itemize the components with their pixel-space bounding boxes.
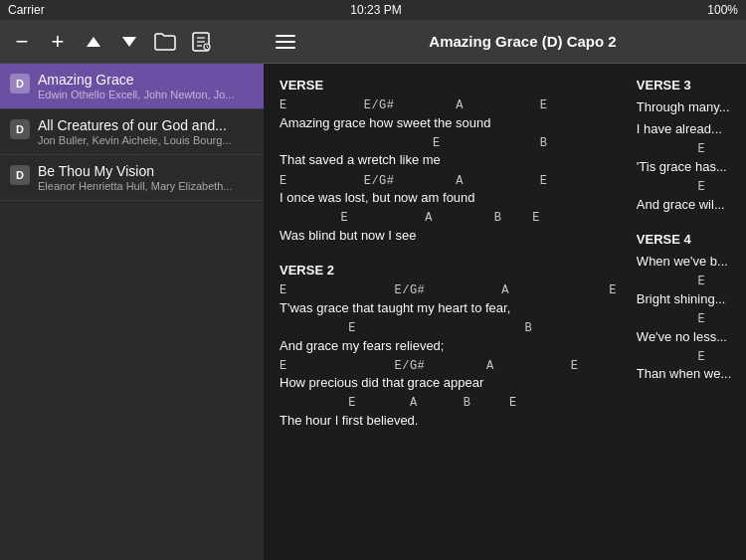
lyric-line: 'Tis grace has... [637, 158, 731, 176]
lyric-line: We've no less... [637, 328, 731, 346]
list-item[interactable]: DAll Creatures of our God and...Jon Bull… [0, 109, 264, 155]
sidebar-toolbar: − + [0, 20, 264, 64]
chord-line: E A B E [280, 211, 617, 227]
verse-label: VERSE [280, 78, 617, 93]
line-pair: I have alread... [637, 120, 731, 138]
line-pair: E E/G# A EAmazing grace how sweet the so… [280, 98, 617, 132]
status-bar: Carrier 10:23 PM 100% [0, 0, 746, 20]
content-area: Amazing Grace (D) Capo 2 VERSEE E/G# A E… [264, 20, 746, 560]
verse-block: VERSE 2E E/G# A ET'was grace that taught… [280, 263, 617, 430]
carrier-label: Carrier [8, 3, 45, 17]
folder-icon [154, 33, 176, 51]
line-pair: EWe've no less... [637, 312, 731, 346]
chord-sheet[interactable]: VERSEE E/G# A EAmazing grace how sweet t… [264, 64, 746, 560]
folder-button[interactable] [151, 28, 179, 56]
chord-line: E [637, 312, 731, 328]
song-info: All Creatures of our God and...Jon Bulle… [38, 117, 254, 146]
chord-sheet-left: VERSEE E/G# A EAmazing grace how sweet t… [280, 78, 617, 448]
lyric-line: How precious did that grace appear [280, 374, 617, 392]
line-pair: EAnd grace wil... [637, 180, 731, 214]
song-title: All Creatures of our God and... [38, 117, 254, 133]
lyric-line: Was blind but now I see [280, 227, 617, 245]
song-key-badge: D [10, 119, 30, 139]
song-info: Amazing GraceEdwin Othello Excell, John … [38, 72, 254, 100]
sidebar: − + [0, 20, 264, 560]
hamburger-line-2 [276, 41, 295, 43]
chord-line: E [637, 142, 731, 158]
song-authors: Jon Buller, Kevin Aichele, Louis Bourg..… [38, 134, 254, 146]
line-pair: When we've b... [637, 253, 731, 271]
song-title: Amazing Grace [38, 72, 254, 88]
line-pair: E E/G# A EHow precious did that grace ap… [280, 359, 617, 393]
content-header: Amazing Grace (D) Capo 2 [264, 20, 746, 64]
verse-label: VERSE 2 [280, 263, 617, 278]
line-pair: E A B EThe hour I first believed. [280, 396, 617, 430]
lyric-line: T'was grace that taught my heart to fear… [280, 299, 617, 317]
chord-line: E [637, 350, 731, 366]
line-pair: E'Tis grace has... [637, 142, 731, 176]
triangle-down-icon [122, 37, 136, 47]
line-pair: Through many... [637, 98, 731, 116]
chord-line: E E/G# A E [280, 283, 617, 299]
lyric-line: That saved a wretch like me [280, 151, 617, 169]
chord-line: E A B E [280, 396, 617, 412]
lyric-line: When we've b... [637, 253, 731, 271]
lyric-line: And grace wil... [637, 196, 731, 214]
line-pair: E BAnd grace my fears relieved; [280, 321, 617, 355]
setlist-icon [190, 32, 212, 52]
song-title: Be Thou My Vision [38, 163, 254, 179]
verse-block: VERSEE E/G# A EAmazing grace how sweet t… [280, 78, 617, 245]
lyric-line: Bright shining... [637, 290, 731, 308]
time-label: 10:23 PM [350, 3, 401, 17]
chord-line: E E/G# A E [280, 359, 617, 375]
lyric-line: The hour I first believed. [280, 412, 617, 430]
verse-label: VERSE 4 [637, 232, 731, 247]
lyric-line: Amazing grace how sweet the sound [280, 114, 617, 132]
sort-up-button[interactable] [80, 28, 107, 56]
list-item[interactable]: DBe Thou My VisionEleanor Henrietta Hull… [0, 155, 264, 201]
line-pair: E BThat saved a wretch like me [280, 136, 617, 170]
line-pair: E A B EWas blind but now I see [280, 211, 617, 245]
line-pair: EThan when we... [637, 350, 731, 384]
lyric-line: I have alread... [637, 120, 731, 138]
verse-block: VERSE 4When we've b... EBright shining..… [637, 232, 731, 384]
chord-line: E [637, 180, 731, 196]
lyric-line: I once was lost, but now am found [280, 189, 617, 207]
sort-down-button[interactable] [115, 28, 143, 56]
line-pair: EBright shining... [637, 275, 731, 308]
song-authors: Eleanor Henrietta Hull, Mary Elizabeth..… [38, 180, 254, 192]
line-pair: E E/G# A ET'was grace that taught my hea… [280, 283, 617, 317]
hamburger-line-3 [276, 47, 295, 49]
add-setlist-button[interactable] [187, 28, 215, 56]
chord-line: E E/G# A E [280, 174, 617, 190]
chord-line: E B [280, 321, 617, 337]
song-authors: Edwin Othello Excell, John Newton, Jo... [38, 89, 254, 100]
list-item[interactable]: DAmazing GraceEdwin Othello Excell, John… [0, 64, 264, 109]
song-list: DAmazing GraceEdwin Othello Excell, John… [0, 64, 264, 560]
verse-block: VERSE 3Through many...I have alread... E… [637, 78, 731, 214]
chord-line: E [637, 275, 731, 290]
verse-label: VERSE 3 [637, 78, 731, 93]
menu-button[interactable] [276, 35, 299, 49]
minus-button[interactable]: − [8, 28, 36, 56]
song-info: Be Thou My VisionEleanor Henrietta Hull,… [38, 163, 254, 192]
triangle-up-icon [87, 37, 100, 47]
lyric-line: Through many... [637, 98, 731, 116]
line-pair: E E/G# A EI once was lost, but now am fo… [280, 174, 617, 208]
song-key-badge: D [10, 165, 30, 185]
lyric-line: And grace my fears relieved; [280, 337, 617, 355]
hamburger-line-1 [276, 35, 295, 37]
song-title-header: Amazing Grace (D) Capo 2 [311, 33, 734, 50]
chord-line: E B [280, 136, 617, 152]
lyric-line: Than when we... [637, 365, 731, 383]
chord-line: E E/G# A E [280, 98, 617, 114]
song-key-badge: D [10, 74, 30, 93]
main-container: − + [0, 20, 746, 560]
chord-sheet-right: VERSE 3Through many...I have alread... E… [637, 78, 731, 448]
add-song-button[interactable]: + [44, 28, 72, 56]
battery-label: 100% [707, 3, 738, 17]
